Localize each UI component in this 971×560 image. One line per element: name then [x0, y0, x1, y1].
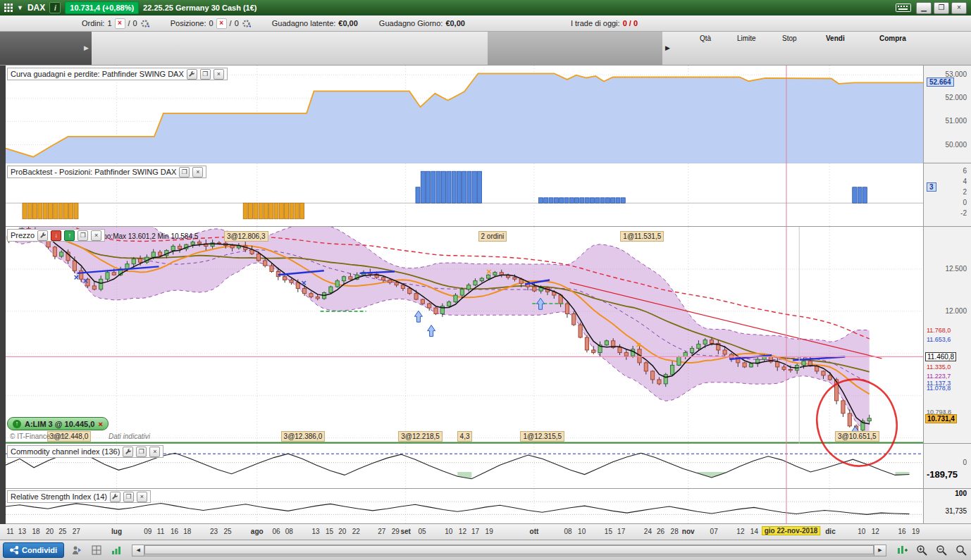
qty-column-label: Qtà: [700, 35, 711, 42]
price-axis-tag: 11.460,8: [925, 352, 956, 361]
position-open-count: 0: [209, 19, 213, 27]
date-tick: ott: [530, 528, 539, 535]
price-axis-tag: 11.223,7: [925, 373, 952, 380]
cancel-orders-icon[interactable]: ×: [115, 18, 125, 29]
zoom-out-icon[interactable]: [934, 544, 948, 556]
title-bar: ▼ DAX i 10.731,4 (+0,88%) 22.25.25 Germa…: [0, 0, 971, 15]
close-button[interactable]: ×: [951, 2, 967, 14]
watchlist-icon[interactable]: [70, 544, 84, 556]
date-tick: 12: [872, 528, 879, 535]
popout-icon[interactable]: ❐: [200, 69, 211, 80]
axis-label: 52.664: [927, 77, 954, 87]
date-tick: 09: [144, 528, 151, 535]
signal-bars-icon[interactable]: [109, 544, 123, 556]
chevron-down-icon[interactable]: ▼: [17, 4, 23, 11]
trading-window: ▼ DAX i 10.731,4 (+0,88%) 22.25.25 Germa…: [0, 0, 971, 560]
price-axis: 12.50012.00011.768,011.653,611.460,811.3…: [923, 227, 971, 444]
position-pending-count: 0: [235, 19, 239, 27]
order-annotation-label: 4,3: [457, 431, 473, 442]
rsi-axis: 10031,735: [923, 489, 971, 524]
unrealized-pl-label: Guadagno latente:: [272, 19, 336, 27]
wrench-icon[interactable]: [187, 69, 197, 80]
date-tick: 22: [352, 528, 360, 535]
stop-column-label: Stop: [782, 35, 797, 42]
orders-open-count: 1: [107, 19, 111, 27]
wrench-icon[interactable]: [37, 230, 48, 241]
date-tick: 10: [578, 528, 586, 535]
scrollbar-track[interactable]: [144, 545, 874, 556]
close-icon[interactable]: ×: [192, 167, 203, 178]
buy-marker-icon[interactable]: ↑: [64, 230, 75, 241]
close-icon[interactable]: ×: [137, 492, 147, 502]
layout-grid-icon[interactable]: [89, 544, 104, 556]
scroll-right-button[interactable]: ▶: [874, 545, 886, 556]
axis-label: 12.000: [945, 307, 967, 315]
price-axis-tag: 11.768,0: [925, 327, 952, 334]
order-annotation-label: 1@12.315,5: [520, 431, 564, 442]
close-icon[interactable]: ×: [149, 447, 160, 457]
orders-settings-icon[interactable]: +: [140, 19, 149, 28]
popout-icon[interactable]: ❐: [179, 167, 190, 178]
panel-expand-arrow[interactable]: ▶: [665, 44, 670, 51]
instrument-name: DAX: [27, 3, 45, 13]
copyright-text: © IT-Finance.com: [10, 433, 66, 440]
today-trades-group: I trade di oggi: 0 / 0: [571, 19, 638, 27]
toolbar-left-dark: [0, 32, 92, 65]
grid-icon[interactable]: [4, 4, 13, 12]
wrench-icon[interactable]: [110, 492, 120, 502]
limit-order-pill[interactable]: ↑ A:LIM 3 @ 10.445,0 ×: [7, 417, 109, 430]
price-panel[interactable]: ××××× Anno:Max 13.601,2 Min 10.584,5 © I…: [6, 227, 923, 444]
add-series-icon[interactable]: [895, 544, 909, 556]
wrench-icon[interactable]: [123, 447, 133, 457]
trading-toolbar: ▶ ▲▼ (x) Unità ▼ Giornaliero ▼ ▼ ▶ Qtà L…: [0, 32, 971, 66]
chart-left-edge: [0, 66, 6, 540]
sell-marker-icon[interactable]: ↓: [51, 230, 61, 241]
order-annotation-label: 3@12.806,3: [224, 231, 268, 242]
scroll-left-button[interactable]: ◀: [132, 545, 144, 556]
today-trades-value: 0 / 0: [623, 19, 638, 27]
panel-header-rsi: Relative Strength Index (14) ❐ ×: [7, 490, 151, 503]
collapse-left-arrow[interactable]: ▶: [84, 44, 89, 51]
zoom-reset-icon[interactable]: [954, 544, 968, 556]
buy-column-label: Compra: [879, 35, 906, 42]
unrealized-pl-group: Guadagno latente: €0,00: [272, 19, 358, 27]
chart-hscrollbar[interactable]: ◀ ▶: [132, 545, 886, 556]
popout-icon[interactable]: ❐: [136, 447, 147, 457]
zoom-in-icon[interactable]: [915, 544, 929, 556]
axis-label: -2: [960, 209, 967, 217]
price-axis-tag: 11.335,0: [925, 363, 952, 371]
scrollbar-thumb[interactable]: [144, 545, 874, 554]
info-icon[interactable]: i: [49, 2, 61, 13]
popout-icon[interactable]: ❐: [123, 492, 134, 502]
date-tick: 11: [157, 528, 164, 535]
date-tick: 08: [285, 528, 293, 535]
cancel-order-icon[interactable]: ×: [98, 420, 102, 428]
minimize-button[interactable]: ▁: [916, 2, 932, 14]
limit-order-label: A:LIM 3 @ 10.445,0: [25, 420, 94, 428]
selected-date-tick: gio 22-nov-2018: [762, 526, 821, 535]
axis-label: 3: [927, 182, 936, 192]
popout-icon[interactable]: ❐: [78, 230, 88, 241]
keyboard-icon[interactable]: [896, 4, 911, 12]
maximize-button[interactable]: ❐: [934, 2, 949, 14]
price-annotations: Anno:Max 13.601,2 Min 10.584,5 © IT-Fina…: [6, 227, 923, 444]
date-tick: 14: [750, 528, 758, 535]
close-icon[interactable]: ×: [214, 69, 224, 80]
panel-header-price: Prezzo ↓ ↑ ❐ ×: [7, 229, 105, 242]
panel-title: Curva guadagni e perdite: Pathfinder SWI…: [11, 70, 184, 78]
close-icon[interactable]: ×: [91, 230, 101, 241]
date-tick: 16: [171, 528, 178, 535]
axis-label: 0: [963, 199, 967, 206]
panel-header-equity: Curva guadagni e perdite: Pathfinder SWI…: [7, 68, 228, 80]
close-position-icon[interactable]: ×: [216, 18, 227, 29]
positions-axis: 6420-23: [923, 163, 971, 227]
panel-header-positions: ProBacktest - Posizioni: Pathfinder SWIN…: [7, 166, 206, 178]
position-settings-icon[interactable]: +: [242, 19, 251, 28]
panel-title: Commodity channel index (136): [11, 447, 120, 456]
share-button[interactable]: Condividi: [3, 542, 64, 558]
date-tick: 18: [32, 528, 39, 535]
date-tick: 17: [471, 528, 479, 535]
date-tick: 12: [459, 528, 466, 535]
price-axis-tag: 11.078,8: [925, 385, 952, 392]
panel-title: Relative Strength Index (14): [11, 492, 107, 501]
